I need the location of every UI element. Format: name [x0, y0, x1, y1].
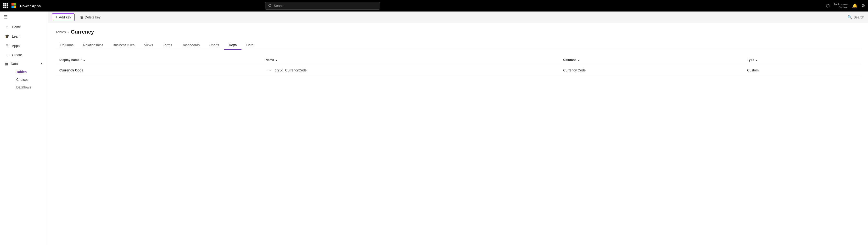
- columns-sort-icon[interactable]: ⌄: [578, 58, 580, 62]
- breadcrumb: Tables › Currency: [56, 29, 860, 35]
- sidebar-item-home[interactable]: ⌂ Home: [0, 23, 48, 32]
- col-header-name[interactable]: Name ⌄: [261, 56, 559, 64]
- sidebar-toggle[interactable]: ☰: [0, 11, 48, 23]
- chevron-up-icon: ∧: [40, 62, 43, 66]
- sidebar-item-choices[interactable]: Choices: [12, 76, 48, 83]
- sidebar-item-data[interactable]: ▦ Data ∧: [0, 59, 48, 68]
- keys-table: Display name ↑ ⌄ Name ⌄: [56, 56, 860, 76]
- toolbar-search-label[interactable]: Search: [854, 15, 864, 19]
- sidebar-label-create: Create: [12, 53, 22, 57]
- sidebar-item-create[interactable]: + Create: [0, 50, 48, 59]
- environment-icon[interactable]: ⬡: [826, 3, 830, 8]
- type-sort-icon[interactable]: ⌄: [755, 58, 758, 62]
- sidebar-label-data: Data: [11, 62, 18, 66]
- top-nav: Power Apps ⬡ Environment Contoso 🔔 ⚙: [0, 0, 868, 11]
- environment-name: Contoso: [839, 6, 848, 9]
- cell-display-name: Currency Code: [56, 64, 261, 76]
- home-icon: ⌂: [5, 25, 9, 29]
- tab-views[interactable]: Views: [139, 41, 158, 50]
- page-content: Tables › Currency Columns Relationships …: [48, 23, 868, 245]
- notification-icon[interactable]: 🔔: [852, 3, 858, 8]
- cell-ellipsis: ··· cr25d_CurrencyCode: [261, 64, 559, 76]
- sidebar-label-learn: Learn: [12, 34, 21, 38]
- toolbar-search-icon[interactable]: 🔍: [847, 15, 852, 20]
- settings-icon[interactable]: ⚙: [861, 3, 865, 8]
- tab-keys[interactable]: Keys: [224, 41, 242, 50]
- global-search-input[interactable]: [274, 4, 377, 8]
- waffle-menu[interactable]: [3, 3, 9, 9]
- tab-relationships[interactable]: Relationships: [78, 41, 108, 50]
- col-header-type[interactable]: Type ⌄: [743, 56, 860, 64]
- table-row: Currency Code ··· cr25d_CurrencyCode Cur…: [56, 64, 860, 76]
- environment-block: Environment Contoso: [834, 3, 848, 9]
- tabs: Columns Relationships Business rules Vie…: [56, 41, 860, 50]
- trash-icon: 🗑: [80, 15, 83, 19]
- cell-columns: Currency Code: [559, 64, 743, 76]
- svg-line-1: [271, 6, 271, 7]
- plus-icon: +: [55, 15, 57, 20]
- add-key-button[interactable]: + Add key: [52, 13, 75, 21]
- microsoft-logo: [11, 3, 16, 8]
- sidebar-item-tables[interactable]: Tables: [12, 68, 48, 76]
- learn-icon: 🎓: [5, 34, 9, 38]
- sidebar-data-sub: Tables Choices Dataflows: [0, 68, 48, 91]
- sort-toggle-icon[interactable]: ⌄: [83, 58, 86, 62]
- create-icon: +: [5, 53, 9, 57]
- main-layout: ☰ ⌂ Home 🎓 Learn ⊞ Apps + Create ▦ Data …: [0, 11, 868, 245]
- sidebar-label-apps: Apps: [12, 44, 20, 48]
- breadcrumb-parent[interactable]: Tables: [56, 30, 66, 34]
- tab-data[interactable]: Data: [242, 41, 258, 50]
- sort-asc-icon: ↑: [81, 58, 82, 62]
- environment-label: Environment: [834, 3, 848, 6]
- toolbar-right: 🔍 Search: [847, 15, 864, 20]
- search-icon: [268, 4, 272, 8]
- tab-columns[interactable]: Columns: [56, 41, 78, 50]
- global-search-box[interactable]: [265, 2, 380, 9]
- row-options-button[interactable]: ···: [266, 67, 273, 73]
- sidebar-item-apps[interactable]: ⊞ Apps: [0, 41, 48, 50]
- data-icon: ▦: [5, 62, 8, 66]
- tab-forms[interactable]: Forms: [158, 41, 177, 50]
- apps-icon: ⊞: [5, 44, 9, 48]
- name-sort-icon[interactable]: ⌄: [275, 58, 278, 62]
- toolbar: + Add key 🗑 Delete key 🔍 Search: [48, 11, 868, 23]
- breadcrumb-separator: ›: [68, 30, 69, 34]
- app-title: Power Apps: [20, 4, 41, 8]
- main-content: + Add key 🗑 Delete key 🔍 Search Tables ›…: [48, 11, 868, 245]
- top-nav-right: ⬡ Environment Contoso 🔔 ⚙: [826, 3, 865, 9]
- col-header-columns[interactable]: Columns ⌄: [559, 56, 743, 64]
- tab-charts[interactable]: Charts: [205, 41, 224, 50]
- tab-dashboards[interactable]: Dashboards: [177, 41, 205, 50]
- cell-type: Custom: [743, 64, 860, 76]
- sidebar-label-home: Home: [12, 25, 21, 29]
- tab-business-rules[interactable]: Business rules: [108, 41, 139, 50]
- sidebar-item-learn[interactable]: 🎓 Learn: [0, 32, 48, 41]
- sidebar-item-dataflows[interactable]: Dataflows: [12, 83, 48, 91]
- sidebar: ☰ ⌂ Home 🎓 Learn ⊞ Apps + Create ▦ Data …: [0, 11, 48, 245]
- delete-key-button[interactable]: 🗑 Delete key: [76, 14, 104, 21]
- col-header-display-name[interactable]: Display name ↑ ⌄: [56, 56, 261, 64]
- breadcrumb-current: Currency: [71, 29, 94, 35]
